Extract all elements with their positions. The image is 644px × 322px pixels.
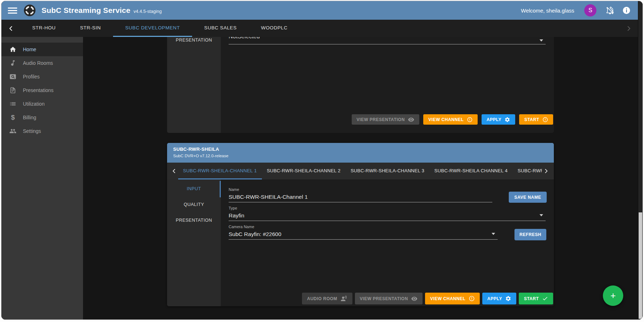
- eye-icon: [411, 295, 418, 302]
- section-tab-quality[interactable]: QUALITY: [167, 197, 221, 212]
- camera-name-label: Camera Name: [229, 225, 254, 229]
- org-tab-str-hou[interactable]: STR-HOU: [20, 20, 68, 37]
- sidebar-item-home[interactable]: Home: [1, 43, 83, 56]
- card-actions: AUDIO ROOM VIEW PRESENTATION VIEW CHANNE…: [302, 293, 553, 304]
- button-label: VIEW PRESENTATION: [357, 117, 405, 122]
- channel-tab-5[interactable]: SUBC-RWR-S: [513, 163, 542, 179]
- button-label: VIEW PRESENTATION: [360, 296, 408, 301]
- eye-icon: [408, 116, 414, 123]
- button-label: VIEW CHANNEL: [430, 296, 465, 301]
- camera-name-select[interactable]: SubC Rayfin: #22600: [229, 231, 281, 237]
- add-device-fab[interactable]: +: [603, 285, 623, 306]
- view-channel-button[interactable]: VIEW CHANNEL: [425, 293, 480, 304]
- button-label: APPLY: [487, 117, 501, 122]
- card-actions: VIEW PRESENTATION VIEW CHANNEL APPLY: [352, 114, 553, 125]
- save-name-button[interactable]: SAVE NAME: [509, 192, 547, 203]
- device-card-header: SUBC-RWR-SHEILA SubC DVR+O v7.12.0-relea…: [167, 143, 554, 163]
- org-tab-woodplc[interactable]: WOODPLC: [249, 20, 300, 37]
- sidebar-item-presentations[interactable]: Presentations: [1, 83, 83, 97]
- error-outline-icon: [469, 295, 475, 302]
- apply-button[interactable]: APPLY: [482, 114, 515, 125]
- error-outline-icon: [542, 117, 548, 122]
- plus-icon: +: [610, 290, 616, 301]
- subc-logo-icon: [23, 4, 36, 17]
- notifications-off-icon[interactable]: [606, 6, 614, 15]
- input-form: Name SUBC-RWR-SHEILA-Channel 1 SAVE NAME…: [229, 179, 546, 306]
- list-icon: [9, 100, 16, 107]
- org-tab-subc-sales[interactable]: SUBC SALES: [192, 20, 249, 37]
- sidebar-item-label: Presentations: [23, 87, 54, 93]
- button-label: START: [524, 296, 539, 301]
- avatar[interactable]: S: [584, 4, 596, 16]
- refresh-button[interactable]: REFRESH: [514, 229, 546, 240]
- error-outline-icon: [467, 117, 473, 122]
- chevron-down-icon[interactable]: [540, 39, 543, 42]
- section-tab-column: INPUT QUALITY PRESENTATION: [167, 179, 221, 306]
- type-select[interactable]: Rayfin: [229, 212, 244, 219]
- check-icon: [542, 295, 548, 302]
- name-input[interactable]: SUBC-RWR-SHEILA-Channel 1: [229, 194, 308, 200]
- vertical-scrollbar[interactable]: [638, 1, 643, 319]
- sidebar-item-label: Settings: [23, 128, 41, 134]
- sidebar-item-profiles[interactable]: Profiles: [1, 70, 83, 83]
- button-label: VIEW CHANNEL: [428, 117, 464, 122]
- view-presentation-button[interactable]: VIEW PRESENTATION: [355, 293, 423, 304]
- app-bar: SubC Streaming Service v4.4.5-staging We…: [1, 1, 638, 20]
- app-version: v4.4.5-staging: [133, 7, 162, 14]
- channel-tab-bar: SUBC-RWR-SHEILA-CHANNEL 1 SUBC-RWR-SHEIL…: [167, 163, 554, 179]
- section-tab-presentation[interactable]: PRESENTATION: [167, 212, 221, 228]
- document-attachment-icon: [9, 87, 16, 94]
- view-presentation-button[interactable]: VIEW PRESENTATION: [352, 114, 420, 125]
- name-underline: [229, 202, 492, 202]
- gear-icon: [504, 117, 510, 122]
- start-button[interactable]: START: [519, 293, 553, 304]
- channel-tabs-scroll-left-icon[interactable]: [170, 163, 178, 179]
- view-channel-button[interactable]: VIEW CHANNEL: [423, 114, 478, 125]
- apply-button[interactable]: APPLY: [482, 293, 516, 304]
- section-tab-input[interactable]: INPUT: [167, 181, 221, 197]
- channel-tabs-scroll-right-icon[interactable]: [542, 163, 550, 179]
- channel-tab-4[interactable]: SUBC-RWR-SHEILA CHANNEL 4: [429, 163, 513, 179]
- start-button[interactable]: START: [519, 114, 553, 125]
- section-tab-column: PRESENTATION: [167, 37, 221, 133]
- scrollbar-thumb[interactable]: [639, 212, 642, 319]
- sidebar-item-label: Billing: [23, 115, 36, 120]
- main-content: PRESENTATION NotSelected VIEW PRESENTATI…: [83, 37, 638, 319]
- audio-room-button[interactable]: AUDIO ROOM: [302, 293, 352, 304]
- menu-icon[interactable]: [8, 6, 17, 15]
- people-icon: [9, 128, 16, 135]
- chevron-down-icon[interactable]: [540, 214, 543, 216]
- sidebar: Home Audio Rooms Profiles Presentations …: [1, 37, 83, 319]
- sidebar-item-utilization[interactable]: Utilization: [1, 97, 83, 111]
- sidebar-item-label: Utilization: [23, 101, 45, 107]
- dollar-icon: $: [9, 114, 16, 121]
- channel-tab-1[interactable]: SUBC-RWR-SHEILA-CHANNEL 1: [178, 163, 262, 179]
- org-tab-str-sin[interactable]: STR-SIN: [68, 20, 113, 37]
- org-tab-subc-development[interactable]: SUBC DEVELOPMENT: [113, 20, 192, 37]
- info-icon[interactable]: [622, 6, 631, 15]
- sidebar-item-label: Profiles: [23, 74, 40, 80]
- sidebar-item-settings[interactable]: Settings: [1, 124, 83, 138]
- active-section-indicator: [220, 181, 221, 197]
- button-label: AUDIO ROOM: [307, 296, 337, 301]
- channel-tab-2[interactable]: SUBC-RWR-SHEILA-CHANNEL 2: [262, 163, 346, 179]
- channel-panel: INPUT QUALITY PRESENTATION Name SUBC-RWR…: [167, 179, 554, 306]
- device-card: SUBC-RWR-SHEILA SubC DVR+O v7.12.0-relea…: [167, 143, 554, 306]
- org-tab-bar: STR-HOU STR-SIN SUBC DEVELOPMENT SUBC SA…: [1, 20, 638, 37]
- sidebar-item-billing[interactable]: $ Billing: [1, 111, 83, 124]
- content-wrap: SubC Streaming Service v4.4.5-staging We…: [1, 1, 638, 319]
- org-tabs-scroll-right-icon[interactable]: [619, 20, 638, 37]
- org-tabs-scroll-left-icon[interactable]: [1, 20, 20, 37]
- home-icon: [9, 46, 16, 53]
- sidebar-item-audio-rooms[interactable]: Audio Rooms: [1, 56, 83, 70]
- chevron-down-icon[interactable]: [492, 233, 495, 235]
- channel-tab-3[interactable]: SUBC-RWR-SHEILA-CHANNEL 3: [346, 163, 429, 179]
- presentation-select[interactable]: NotSelected: [229, 37, 260, 40]
- section-tab-presentation[interactable]: PRESENTATION: [167, 37, 221, 47]
- device-version: SubC DVR+O v7.12.0-release: [173, 154, 554, 158]
- device-name: SUBC-RWR-SHEILA: [173, 146, 554, 152]
- device-card-top: PRESENTATION NotSelected VIEW PRESENTATI…: [167, 37, 554, 133]
- app-title: SubC Streaming Service: [42, 6, 130, 15]
- welcome-text: Welcome, sheila.glass: [521, 8, 574, 14]
- music-note-icon: [9, 59, 16, 67]
